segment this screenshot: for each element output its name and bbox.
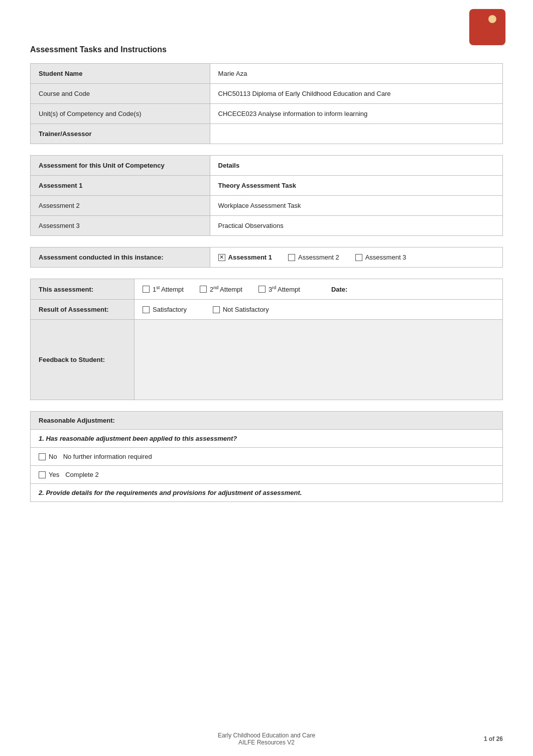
attempt-label: 1st Attempt [153,285,184,293]
date-item: Date: [331,286,348,293]
reasonable-no: No No further information required [31,448,503,466]
attempt-label: 2nd Attempt [210,285,242,293]
reasonable-q2: 2. Provide details for the requirements … [31,484,503,502]
info-label: Student Name [31,64,210,84]
conducted-item: Assessment 3 [355,254,407,261]
logo [469,9,505,45]
conducted-item: Assessment 2 [288,254,339,261]
this-assessment-label: This assessment: [31,279,135,300]
not-satisfactory-checkbox[interactable] [213,306,220,313]
unit-label: Assessment 2 [31,196,210,216]
unit-header-value: Details [210,156,502,176]
conducted-checkbox-1[interactable] [218,254,225,261]
no-detail: No further information required [63,453,152,460]
info-value: CHCECE023 Analyse information to inform … [210,104,502,124]
conducted-checkbox-3[interactable] [355,254,362,261]
footer-line2: AILFE Resources V2 [70,739,463,746]
reasonable-header: Reasonable Adjustment: [31,412,503,430]
info-label: Unit(s) of Competency and Code(s) [31,104,210,124]
info-value [210,124,502,144]
footer-center: Early Childhood Education and Care AILFE… [70,732,463,746]
feedback-label: Feedback to Student: [31,320,135,400]
conducted-checkbox-2[interactable] [288,254,295,261]
no-checkbox[interactable] [39,453,46,460]
attempt-item: 3rd Attempt [258,285,300,293]
unit-value: Theory Assessment Task [210,176,502,196]
info-label: Course and Code [31,84,210,104]
logo-icon [469,9,505,45]
yes-checkbox[interactable] [39,471,46,478]
attempt-checkbox-1[interactable] [143,286,150,293]
info-value: Marie Aza [210,64,502,84]
yes-detail: Complete 2 [65,471,98,478]
yes-label: Yes [49,471,59,478]
result-checks: SatisfactoryNot Satisfactory [135,300,503,320]
svg-rect-2 [483,34,486,41]
this-assessment-checks: 1st Attempt2nd Attempt3rd AttemptDate: [135,279,503,300]
conducted-item: Assessment 1 [218,254,272,261]
conducted-item-label: Assessment 1 [228,254,272,261]
result-label: Result of Assessment: [31,300,135,320]
attempt-label: 3rd Attempt [269,285,300,293]
page: Assessment Tasks and Instructions Studen… [0,0,533,756]
satisfactory-checkbox[interactable] [143,306,150,313]
unit-value: Workplace Assessment Task [210,196,502,216]
footer-line1: Early Childhood Education and Care [70,732,463,739]
unit-value: Practical Observations [210,216,502,236]
reasonable-table: Reasonable Adjustment: 1. Has reasonable… [30,411,503,502]
conducted-label: Assessment conducted in this instance: [31,247,210,268]
satisfactory-item: Satisfactory [143,306,187,313]
date-label: Date: [331,286,348,293]
svg-point-6 [489,16,496,23]
info-value: CHC50113 Diploma of Early Childhood Educ… [210,84,502,104]
assessment-detail-table: This assessment: 1st Attempt2nd Attempt3… [30,279,503,400]
not-satisfactory-item: Not Satisfactory [213,306,269,313]
unit-header-label: Assessment for this Unit of Competency [31,156,210,176]
no-label: No [49,453,57,460]
conducted-item-label: Assessment 2 [298,254,339,261]
attempt-checkbox-2[interactable] [200,286,207,293]
conducted-checks: Assessment 1Assessment 2Assessment 3 [210,247,502,268]
reasonable-q1: 1. Has reasonable adjustment been applie… [31,430,503,448]
unit-label: Assessment 3 [31,216,210,236]
page-title: Assessment Tasks and Instructions [30,45,503,54]
not-satisfactory-label: Not Satisfactory [223,306,269,313]
reasonable-yes: Yes Complete 2 [31,466,503,484]
info-table: Student NameMarie AzaCourse and CodeCHC5… [30,63,503,144]
conducted-table: Assessment conducted in this instance: A… [30,247,503,268]
attempt-item: 2nd Attempt [200,285,242,293]
feedback-content [135,320,503,400]
conducted-item-label: Assessment 3 [365,254,407,261]
satisfactory-label: Satisfactory [153,306,187,313]
info-label: Trainer/Assessor [31,124,210,144]
attempt-checkbox-3[interactable] [258,286,265,293]
unit-table: Assessment for this Unit of CompetencyDe… [30,155,503,236]
footer: Early Childhood Education and Care AILFE… [0,732,533,746]
unit-label: Assessment 1 [31,176,210,196]
attempt-item: 1st Attempt [143,285,184,293]
footer-page: 1 of 26 [463,735,503,742]
